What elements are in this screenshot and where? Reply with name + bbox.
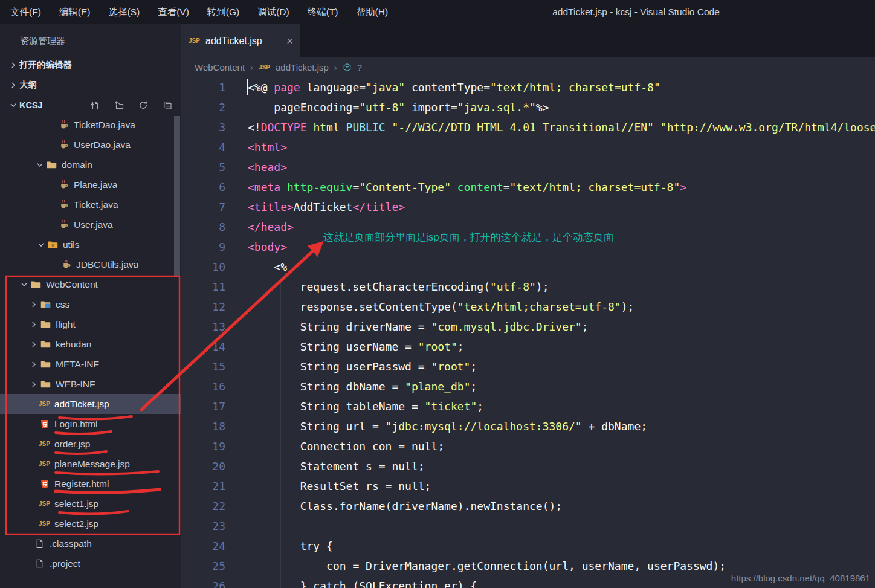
jsp-file-icon: JSP xyxy=(39,459,50,469)
tree-item-META-INF[interactable]: META-INF xyxy=(0,354,181,374)
menu-file[interactable]: 文件(F) xyxy=(1,0,50,24)
breadcrumb-webcontent[interactable]: WebContent xyxy=(195,62,245,73)
jsp-file-icon: JSP xyxy=(259,62,270,73)
code-line[interactable]: 5<head> xyxy=(181,157,875,177)
code-line[interactable]: 17 String tableName = "ticket"; xyxy=(181,396,875,416)
tree-item-utils[interactable]: utils xyxy=(0,234,181,254)
section-outline[interactable]: 大纲 xyxy=(0,75,181,95)
menu-help[interactable]: 帮助(H) xyxy=(347,0,398,24)
tree-item-flight[interactable]: flight xyxy=(0,314,181,334)
collapse-folders-icon[interactable] xyxy=(163,100,172,110)
new-folder-icon[interactable] xyxy=(114,100,124,110)
tree-item-WebContent[interactable]: WebContent xyxy=(0,274,181,294)
tree-item-label: .project xyxy=(50,558,80,569)
new-file-icon[interactable] xyxy=(90,100,100,110)
code-line-text: <% xyxy=(225,257,287,277)
code-line-text: String userPasswd = "root"; xyxy=(225,357,477,376)
tree-item-planeMessage-jsp[interactable]: JSPplaneMessage.jsp xyxy=(0,454,181,474)
code-line[interactable]: 18 String url = "jdbc:mysql://localhost:… xyxy=(181,416,875,436)
code-line[interactable]: 6<meta http-equiv="Content-Type" content… xyxy=(181,177,875,197)
menu-terminal[interactable]: 终端(T) xyxy=(299,0,347,24)
code-line[interactable]: 16 String dbName = "plane_db"; xyxy=(181,376,875,396)
code-line[interactable]: 21 ResultSet rs = null; xyxy=(181,476,875,496)
code-line[interactable]: 4<html> xyxy=(181,137,875,157)
tree-item-UserDao-java[interactable]: UserDao.java xyxy=(0,135,181,155)
breadcrumb: WebContent › JSP addTicket.jsp › ? xyxy=(181,57,875,77)
tree-item-label: Ticket.java xyxy=(74,199,118,210)
file-tree: TicketDao.javaUserDao.javadomainPlane.ja… xyxy=(0,115,181,573)
sidebar-scrollbar[interactable] xyxy=(174,116,180,276)
line-number: 12 xyxy=(181,297,225,317)
code-line[interactable]: 3<!DOCTYPE html PUBLIC "-//W3C//DTD HTML… xyxy=(181,117,875,137)
menu-select[interactable]: 选择(S) xyxy=(99,0,149,24)
tree-item-label: select1.jsp xyxy=(54,499,98,509)
folder-icon xyxy=(40,359,51,369)
code-line[interactable]: 24 try { xyxy=(181,536,875,556)
code-line[interactable]: 2 pageEncoding="utf-8" import="java.sql.… xyxy=(181,97,875,117)
tab-addticket-jsp[interactable]: JSP addTicket.jsp × xyxy=(181,24,300,57)
tree-item-Register-html[interactable]: Register.html xyxy=(0,474,181,494)
tree-item-label: css xyxy=(56,299,69,310)
tree-item-Login-html[interactable]: Login.html xyxy=(0,414,181,434)
code-line[interactable]: 13 String driverName = "com.mysql.jdbc.D… xyxy=(181,317,875,337)
tree-item-label: Register.html xyxy=(54,479,109,489)
tree-item-css[interactable]: css xyxy=(0,294,181,314)
code-line[interactable]: 10 <% xyxy=(181,257,875,277)
indent-guide xyxy=(280,278,281,588)
code-line-text: ResultSet rs = null; xyxy=(225,476,431,496)
code-area[interactable]: 1<%@ page language="java" contentType="t… xyxy=(181,77,875,588)
tree-item-label: planeMessage.jsp xyxy=(54,459,130,470)
chevron-right-icon xyxy=(28,320,40,329)
folder-icon xyxy=(46,160,57,170)
line-number: 14 xyxy=(181,337,225,357)
code-line-text: String url = "jdbc:mysql://localhost:330… xyxy=(225,416,647,436)
section-open-editors[interactable]: 打开的编辑器 xyxy=(0,55,181,75)
chevron-right-icon xyxy=(28,340,40,349)
line-number: 17 xyxy=(181,396,225,416)
tree-item-label: Plane.java xyxy=(74,179,117,190)
java-icon xyxy=(58,179,69,190)
tree-item-label: META-INF xyxy=(56,359,99,370)
tree-item-kehudan[interactable]: kehudan xyxy=(0,334,181,354)
tree-item-domain[interactable]: domain xyxy=(0,155,181,175)
jsp-file-icon: JSP xyxy=(39,499,50,509)
tree-item-order-jsp[interactable]: JSPorder.jsp xyxy=(0,434,181,454)
code-line[interactable]: 22 Class.forName(driverName).newInstance… xyxy=(181,496,875,516)
menu-view[interactable]: 查看(V) xyxy=(149,0,198,24)
code-line[interactable]: 11 request.setCharacterEncoding("utf-8")… xyxy=(181,277,875,297)
tab-label: addTicket.jsp xyxy=(205,36,262,47)
tree-item-TicketDao-java[interactable]: TicketDao.java xyxy=(0,115,181,135)
tree-item-addTicket-jsp[interactable]: JSPaddTicket.jsp xyxy=(0,394,181,414)
tree-item-User-java[interactable]: User.java xyxy=(0,215,181,234)
code-line[interactable]: 7<title>AddTicket</title> xyxy=(181,197,875,217)
tree-item-Plane-java[interactable]: Plane.java xyxy=(0,175,181,195)
code-line[interactable]: 15 String userPasswd = "root"; xyxy=(181,357,875,376)
tree-item-label: order.jsp xyxy=(54,439,90,450)
tree-item--classpath[interactable]: .classpath xyxy=(0,534,181,554)
code-line[interactable]: 14 String userName = "root"; xyxy=(181,337,875,357)
menu-goto[interactable]: 转到(G) xyxy=(198,0,248,24)
tree-item--project[interactable]: .project xyxy=(0,554,181,573)
editor-area: JSP addTicket.jsp × WebContent › JSP add… xyxy=(181,24,875,588)
breadcrumb-file[interactable]: addTicket.jsp xyxy=(276,62,329,73)
code-line[interactable]: 1<%@ page language="java" contentType="t… xyxy=(181,77,875,97)
code-line-text: <head> xyxy=(225,157,287,177)
tree-item-WEB-INF[interactable]: WEB-INF xyxy=(0,374,181,394)
section-project-kcsj[interactable]: KCSJ xyxy=(0,95,181,115)
close-icon[interactable]: × xyxy=(286,35,293,47)
open-editors-label: 打开的编辑器 xyxy=(19,59,72,71)
code-line[interactable]: 12 response.setContentType("text/html;ch… xyxy=(181,297,875,317)
code-line[interactable]: 23 xyxy=(181,516,875,536)
menu-debug[interactable]: 调试(D) xyxy=(248,0,299,24)
tree-item-select1-jsp[interactable]: JSPselect1.jsp xyxy=(0,494,181,514)
tree-item-label: TicketDao.java xyxy=(74,120,135,131)
refresh-explorer-icon[interactable] xyxy=(138,100,148,110)
tree-item-select2-jsp[interactable]: JSPselect2.jsp xyxy=(0,514,181,534)
tree-item-label: .classpath xyxy=(50,538,92,549)
tree-item-JDBCUtils-java[interactable]: JDBCUtils.java xyxy=(0,254,181,274)
code-line[interactable]: 20 Statement s = null; xyxy=(181,456,875,476)
menu-edit[interactable]: 编辑(E) xyxy=(50,0,100,24)
code-line[interactable]: 19 Connection con = null; xyxy=(181,436,875,456)
tree-item-Ticket-java[interactable]: Ticket.java xyxy=(0,195,181,215)
text-cursor xyxy=(247,79,248,95)
